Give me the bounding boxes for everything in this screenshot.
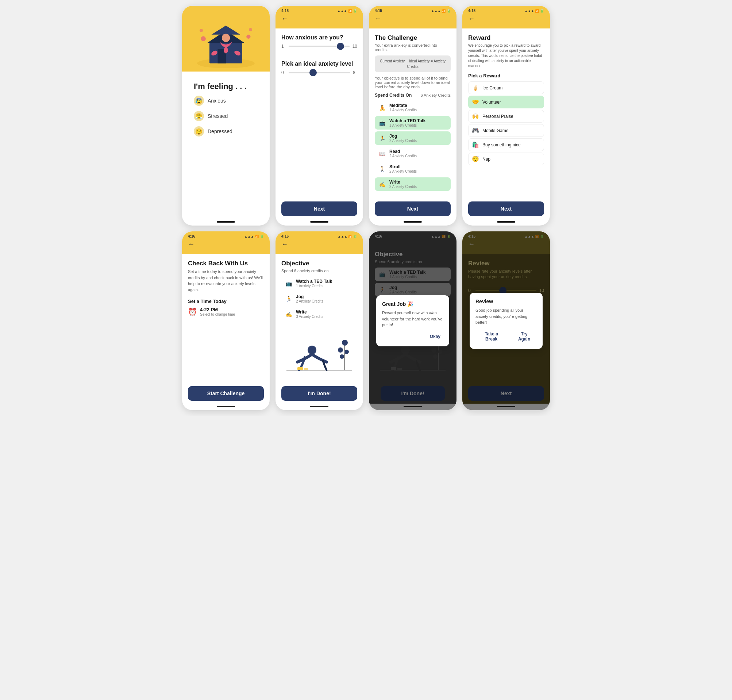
reward-desc: We encourage you to pick a reward to awa… — [468, 43, 544, 69]
jog-info: Jog 2 Anxiety Credits — [390, 134, 448, 143]
objective-sub: Spend 6 anxiety credits on — [281, 269, 357, 273]
screen2-back[interactable]: ← — [281, 15, 288, 23]
nap-name: Nap — [482, 157, 491, 162]
mood-depressed[interactable]: 😔 Depressed — [194, 125, 258, 138]
reward-praise[interactable]: 🙌 Personal Praise — [468, 110, 544, 123]
checkback-desc: Set a time today to spend your anxiety c… — [188, 269, 264, 293]
mood-list: 😰 Anxious 😤 Stressed 😔 Depressed — [188, 94, 264, 213]
reward-icecream[interactable]: 🍦 Ice Cream — [468, 81, 544, 94]
objective-activities: 📺 Watch a TED Talk 1 Anxiety Credits 🏃 J… — [281, 276, 357, 323]
activity-meditate[interactable]: 🧘 Meditate 1 Anxiety Credits — [375, 101, 451, 114]
take-break-btn[interactable]: Take a Break — [475, 330, 507, 343]
screen3-next-btn[interactable]: Next — [375, 201, 451, 216]
stroll-credits: 2 Anxiety Credits — [390, 169, 448, 174]
time-display[interactable]: ⏰ 4:22 PM Select to change time — [188, 307, 264, 316]
activity-jog[interactable]: 🏃 Jog 2 Anxiety Credits — [375, 131, 451, 145]
svg-rect-21 — [304, 368, 308, 370]
anxious-slider-section: How anxious are you? 1 10 — [281, 34, 357, 49]
obj-act-write[interactable]: ✍️ Write 3 Anxiety Credits — [281, 307, 357, 321]
screen5-status: 4:16 ▲▲▲ 📶 🔋 — [188, 234, 264, 238]
review-modal: Review Good job spending all your anxiet… — [470, 293, 542, 349]
home-indicator-1 — [217, 221, 235, 223]
volunteer-icon: 🤝 — [472, 99, 479, 106]
screen-challenge: 4:15 ▲▲▲ 📶 🔋 ← The Challenge Your extra … — [369, 6, 457, 225]
screen4-status: 4:15 ▲▲▲ 📶 🔋 — [468, 9, 544, 13]
screen2-header: 4:15 ▲▲▲ 📶 🔋 ← — [275, 6, 363, 28]
anxious-fill — [289, 46, 341, 47]
reward-title: Reward — [468, 34, 544, 42]
reward-nap[interactable]: 😴 Nap — [468, 153, 544, 165]
ideal-track[interactable] — [289, 72, 350, 74]
meditate-icon: 🧘 — [378, 103, 387, 112]
svg-point-16 — [338, 347, 343, 353]
mood-anxious[interactable]: 😰 Anxious — [194, 94, 258, 107]
modal-body-7: Reward yourself now with a/an volunteer … — [382, 310, 443, 328]
read-info: Read 2 Anxiety Credits — [390, 149, 448, 158]
praise-icon: 🙌 — [472, 113, 479, 120]
screen2-icons: ▲▲▲ 📶 🔋 — [337, 9, 357, 13]
hero-area — [182, 6, 270, 72]
write-icon: ✍️ — [378, 180, 387, 189]
depressed-emoji: 😔 — [194, 126, 204, 137]
screen3-back[interactable]: ← — [375, 15, 381, 23]
screen6-status: 4:16 ▲▲▲ 📶 🔋 — [281, 234, 357, 238]
anxious-thumb[interactable] — [337, 43, 344, 50]
modal-ok-btn[interactable]: Okay — [427, 332, 443, 341]
obj-act-ted[interactable]: 📺 Watch a TED Talk 1 Anxiety Credits — [281, 276, 357, 290]
praise-name: Personal Praise — [482, 114, 513, 119]
activity-ted[interactable]: 📺 Watch a TED Talk 1 Anxiety Credits — [375, 116, 451, 129]
obj-act-jog[interactable]: 🏃 Jog 2 Anxiety Credits — [281, 292, 357, 306]
anxious-slider-title: How anxious are you? — [281, 34, 357, 41]
try-again-btn[interactable]: Try Again — [512, 330, 537, 343]
screen4-header: 4:15 ▲▲▲ 📶 🔋 ← — [462, 6, 550, 28]
obj-jog-info: Jog 2 Anxiety Credits — [296, 294, 354, 303]
activity-stroll[interactable]: 🚶 Stroll 2 Anxiety Credits — [375, 162, 451, 175]
anxious-track[interactable] — [289, 46, 350, 47]
screen5-start-btn[interactable]: Start Challenge — [188, 386, 264, 401]
mood-stressed[interactable]: 😤 Stressed — [194, 109, 258, 123]
svg-point-8 — [224, 47, 228, 54]
credits-count: 6 Anxiety Credits — [420, 93, 451, 97]
ted-credits: 1 Anxiety Credits — [390, 124, 448, 127]
volunteer-name: Volunteer — [482, 100, 501, 105]
ideal-thumb[interactable] — [309, 69, 317, 76]
jog-name: Jog — [390, 134, 448, 139]
activity-write[interactable]: ✍️ Write 3 Anxiety Credits — [375, 177, 451, 191]
ideal-slider-title: Pick an ideal anxiety level — [281, 60, 357, 67]
clock-icon: ⏰ — [188, 307, 197, 316]
ideal-slider-section: Pick an ideal anxiety level 0 8 — [281, 60, 357, 75]
screen3-time: 4:15 — [375, 9, 382, 13]
modal-overlay-8: Review Good job spending all your anxiet… — [462, 231, 550, 410]
stroll-icon: 🚶 — [378, 165, 387, 174]
screen6-back[interactable]: ← — [281, 241, 288, 248]
svg-point-12 — [249, 28, 252, 31]
home-indicator-5 — [217, 406, 235, 407]
screen3-header: 4:15 ▲▲▲ 📶 🔋 ← — [369, 6, 457, 28]
reward-buysomething[interactable]: 🛍️ Buy something nice — [468, 138, 544, 151]
svg-point-9 — [201, 36, 206, 41]
home-indicator-4 — [497, 221, 515, 223]
ideal-slider-row: 0 8 — [281, 70, 357, 75]
modal-title-7: Great Job 🎉 — [382, 301, 443, 307]
anxious-slider-row: 1 10 — [281, 44, 357, 49]
screen-anxious: 4:15 ▲▲▲ 📶 🔋 ← How anxious are you? 1 — [275, 6, 363, 225]
stroll-name: Stroll — [390, 164, 448, 169]
screen5-back[interactable]: ← — [188, 241, 194, 248]
obj-jog-credits: 2 Anxiety Credits — [296, 299, 354, 303]
screen6-done-btn[interactable]: I'm Done! — [281, 386, 357, 401]
activity-read[interactable]: 📖 Read 2 Anxiety Credits — [375, 147, 451, 160]
reward-volunteer[interactable]: 🤝 Volunteer — [468, 96, 544, 108]
obj-jog-name: Jog — [296, 294, 354, 299]
screen2-status: 4:15 ▲▲▲ 📶 🔋 — [281, 9, 357, 13]
row-2: 4:16 ▲▲▲ 📶 🔋 ← Check Back With Us Set a … — [6, 231, 726, 410]
reward-game[interactable]: 🎮 Mobile Game — [468, 124, 544, 137]
screen-feeling: I'm feeling . . . 😰 Anxious 😤 Stressed 😔… — [182, 6, 270, 225]
ideal-max: 8 — [353, 70, 357, 75]
review-modal-title: Review — [475, 299, 537, 304]
modal-actions-7: Okay — [382, 332, 443, 341]
screen2-next-btn[interactable]: Next — [281, 201, 357, 216]
time-hint: Select to change time — [200, 312, 235, 316]
screen4-back[interactable]: ← — [468, 15, 475, 23]
screen5-header: 4:16 ▲▲▲ 📶 🔋 ← — [182, 231, 270, 254]
screen4-next-btn[interactable]: Next — [468, 201, 544, 216]
